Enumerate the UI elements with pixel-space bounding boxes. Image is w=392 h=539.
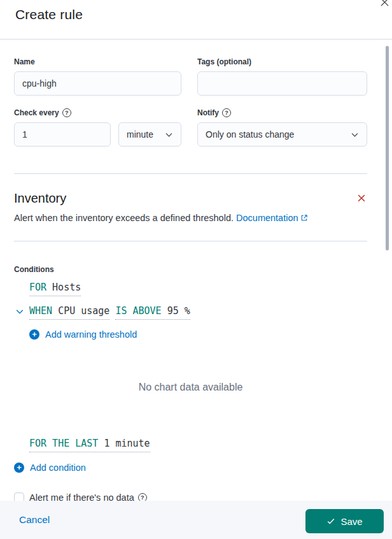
notify-field-group: Notify ? Only on status change xyxy=(197,108,367,147)
comparator-keyword: IS ABOVE xyxy=(115,305,161,317)
add-warning-threshold-button[interactable]: + Add warning threshold xyxy=(29,329,137,340)
threshold-value: 95 % xyxy=(167,305,190,317)
page-title: Create rule xyxy=(15,7,83,22)
flyout-header: Create rule xyxy=(0,0,392,40)
help-icon[interactable]: ? xyxy=(62,108,71,117)
rule-type-header: Inventory xyxy=(14,191,367,206)
tags-label-text: Tags (optional) xyxy=(197,57,251,66)
interval-unit-select[interactable]: minute xyxy=(118,122,181,147)
for-nodes-expression[interactable]: FOR Hosts xyxy=(29,282,81,296)
save-button[interactable]: Save xyxy=(305,509,384,533)
check-every-label: Check every ? xyxy=(14,108,181,117)
rule-type-title: Inventory xyxy=(14,191,66,206)
add-condition-button[interactable]: + Add condition xyxy=(14,463,86,473)
tags-input[interactable] xyxy=(197,71,367,96)
fields-row-1: Name Tags (optional) xyxy=(14,57,367,96)
add-warning-threshold-label: Add warning threshold xyxy=(45,329,137,340)
for-the-last-keyword: FOR THE LAST xyxy=(29,438,98,449)
conditions-label: Conditions xyxy=(14,265,367,274)
cancel-button[interactable]: Cancel xyxy=(19,514,50,526)
check-every-controls: minute xyxy=(14,122,181,147)
remove-rule-icon[interactable] xyxy=(356,192,367,204)
fields-row-2: Check every ? minute Notify ? xyxy=(14,108,367,147)
metric-value: CPU usage xyxy=(58,305,109,317)
check-every-label-text: Check every xyxy=(14,108,59,117)
flyout-footer: Cancel Save xyxy=(0,501,392,539)
for-the-last-expression[interactable]: FOR THE LAST 1 minute xyxy=(29,438,150,452)
time-window-expression-row: FOR THE LAST 1 minute xyxy=(29,438,367,452)
name-label-text: Name xyxy=(14,57,35,66)
divider xyxy=(14,173,367,174)
node-type-value: Hosts xyxy=(52,282,81,293)
interval-value-input[interactable] xyxy=(14,122,111,147)
collapse-chevron-icon[interactable] xyxy=(15,307,24,316)
name-input[interactable] xyxy=(14,71,181,96)
add-condition-label: Add condition xyxy=(30,463,86,473)
notify-label: Notify ? xyxy=(197,108,367,117)
documentation-link[interactable]: Documentation xyxy=(236,213,308,223)
notify-select[interactable]: Only on status change xyxy=(197,122,367,147)
flyout-body: Name Tags (optional) Check every ? xyxy=(0,40,392,503)
help-icon[interactable]: ? xyxy=(222,108,231,117)
notify-label-text: Notify xyxy=(197,108,219,117)
vertical-scrollbar-thumb[interactable] xyxy=(386,46,389,250)
rule-type-description: Alert when the inventory exceeds a defin… xyxy=(14,212,367,225)
time-window-value: 1 minute xyxy=(104,438,150,449)
save-button-label: Save xyxy=(340,516,362,527)
close-icon[interactable] xyxy=(379,0,390,9)
plus-icon: + xyxy=(14,463,24,473)
name-field-group: Name xyxy=(14,57,181,96)
threshold-expression[interactable]: IS ABOVE 95 % xyxy=(115,305,190,320)
metric-expression-row: WHEN CPU usage IS ABOVE 95 % xyxy=(15,305,367,320)
chevron-down-icon xyxy=(351,131,359,139)
plus-icon: + xyxy=(29,329,39,340)
tags-field-group: Tags (optional) xyxy=(197,57,367,96)
for-keyword: FOR xyxy=(29,282,46,293)
node-type-expression-row: FOR Hosts xyxy=(29,282,367,296)
tags-label: Tags (optional) xyxy=(197,57,367,66)
check-icon xyxy=(326,517,335,526)
when-keyword: WHEN xyxy=(29,305,52,317)
divider xyxy=(14,241,367,241)
chevron-down-icon xyxy=(165,131,173,139)
check-every-field-group: Check every ? minute xyxy=(14,108,181,147)
chart-empty-message: No chart data available xyxy=(14,382,367,393)
interval-unit-value: minute xyxy=(127,129,153,140)
create-rule-flyout: Create rule Name Tags (optional) xyxy=(0,0,392,539)
documentation-link-text: Documentation xyxy=(236,213,298,223)
when-metric-expression[interactable]: WHEN CPU usage xyxy=(29,305,109,320)
name-label: Name xyxy=(14,57,181,66)
rule-description-text: Alert when the inventory exceeds a defin… xyxy=(14,213,234,223)
external-link-icon xyxy=(298,213,308,223)
notify-value: Only on status change xyxy=(206,129,294,140)
